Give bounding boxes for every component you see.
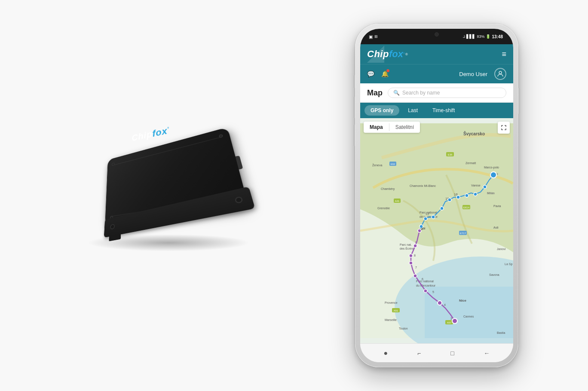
map-type-tabs: Mapa Satelitní [364,122,420,133]
svg-text:Ženeva: Ženeva [372,163,382,167]
status-time: 13:48 [492,34,503,39]
logo-registered: ® [405,52,408,56]
phone-section: ▣ ⊞ 🔕 4G ▋▋▋ 83% 🔋 13:48 [346,19,527,372]
tab-mapa[interactable]: Mapa [364,122,389,133]
power-button[interactable] [518,88,520,114]
app-logo: Chip fox ° ® [367,49,408,60]
hamburger-button[interactable]: ≡ [502,50,506,59]
tab-last[interactable]: Last [402,105,424,116]
map-title-row: Map 🔍 Search by name [360,83,513,103]
device-image: Chipfox° [78,105,259,286]
status-signal-bars: ▋▋▋ [466,34,475,39]
svg-text:Švycarsko: Švycarsko [463,131,485,136]
svg-text:Nice: Nice [459,299,466,302]
svg-text:Chamonix Mt-Blanc: Chamonix Mt-Blanc [410,184,436,187]
user-avatar[interactable] [494,68,506,80]
route-dot-6 [413,244,417,247]
route-dot-7 [418,229,421,232]
route-dot-3 [413,274,417,278]
volume-down-button[interactable] [353,125,355,146]
map-svg: Švycarsko Ženeva Zermatt Chambéry Grenob… [360,118,513,343]
route-dot-4 [409,261,413,265]
route-dot-10 [432,215,435,219]
device-logo: Chipfox° [132,125,170,144]
svg-text:Parc nat.: Parc nat. [400,243,412,246]
route-dot-15 [474,192,477,196]
tab-gps-only[interactable]: GPS only [364,105,399,116]
svg-text:Cannes: Cannes [463,315,474,318]
route-dot-12 [448,198,451,202]
svg-text:Chambéry: Chambéry [381,187,395,191]
tab-satelitni[interactable]: Satelitní [389,122,420,133]
svg-text:Milán: Milán [487,192,495,195]
status-sim-icon: ⊞ [374,34,378,39]
route-dot-13 [456,196,460,199]
route-dot-5 [409,254,413,257]
app-header: Chip fox ° ® ≡ [360,44,513,64]
route-dot-nice [438,301,442,305]
camera-dot [435,32,439,37]
svg-text:E614: E614 [463,206,470,209]
svg-text:Toulon: Toulon [399,327,408,330]
svg-text:7: 7 [415,266,417,269]
logo-fox: fox [389,49,403,60]
svg-text:A57: A57 [447,321,452,324]
phone-notch [409,29,465,41]
svg-text:A41: A41 [395,200,400,202]
volume-up-button[interactable] [353,97,355,118]
svg-text:Pavia: Pavia [493,205,501,208]
status-wifi-icon: ▣ [369,34,373,39]
chat-icon[interactable]: 💬 [367,70,374,77]
svg-point-0 [499,71,502,74]
svg-text:Grenoble: Grenoble [377,207,390,210]
arrow-nav-button[interactable]: ← [484,350,490,357]
svg-text:A51: A51 [394,309,398,312]
svg-text:Varese: Varese [471,184,481,187]
home-nav-button[interactable]: ● [383,349,388,357]
map-view: Mapa Satelitní [360,118,513,343]
status-battery-percent: 83% [477,34,484,39]
route-start-dot [490,172,496,178]
svg-text:Marco-polo: Marco-polo [484,166,499,169]
bottom-nav: ● ⌐ □ ← [360,343,513,362]
svg-text:Marseille: Marseille [385,318,397,321]
back-nav-button[interactable]: ⌐ [417,350,421,357]
tab-time-shift[interactable]: Time-shift [426,105,461,116]
svg-text:La Sp: La Sp [505,263,512,266]
search-box[interactable]: 🔍 Search by name [388,88,506,98]
svg-text:du Mercantour: du Mercantour [416,284,436,287]
recent-nav-button[interactable]: □ [450,350,454,357]
svg-text:Janovi: Janovi [497,247,506,250]
svg-text:13: 13 [426,212,429,215]
logo-degree: ° [403,52,405,57]
route-dot-9 [424,217,427,220]
svg-text:Provence: Provence [385,301,398,304]
search-icon: 🔍 [393,90,400,96]
svg-text:6: 6 [422,278,423,281]
phone-screen: ▣ ⊞ 🔕 4G ▋▋▋ 83% 🔋 13:48 [360,29,513,362]
route-dot-14 [465,194,469,197]
mute-button[interactable] [353,75,355,88]
map-title: Map [367,89,383,98]
search-placeholder-text: Search by name [402,90,440,96]
svg-text:E717: E717 [460,232,466,235]
page-container: Chipfox° [0,0,588,391]
device-section: Chipfox° [61,45,276,346]
svg-rect-3 [425,287,513,338]
expand-map-button[interactable] [498,122,510,134]
notification-dot [386,69,389,72]
filter-tabs: GPS only Last Time-shift [360,103,513,118]
route-dot-2 [424,289,427,293]
phone-outer: ▣ ⊞ 🔕 4G ▋▋▋ 83% 🔋 13:48 [355,24,518,367]
svg-text:5: 5 [432,290,434,293]
status-left: ▣ ⊞ [369,34,378,39]
svg-text:Bastia: Bastia [497,331,505,334]
user-name-label: Demo User [459,71,487,77]
map-section: Map 🔍 Search by name GPS only Last Time-… [360,83,513,343]
route-dot-11 [440,207,444,210]
svg-text:Savona: Savona [489,273,499,276]
svg-text:Asti: Asti [493,226,499,229]
route-end-dot [452,318,457,324]
svg-text:8: 8 [414,254,416,257]
bell-container[interactable]: 🔔 [381,70,389,78]
